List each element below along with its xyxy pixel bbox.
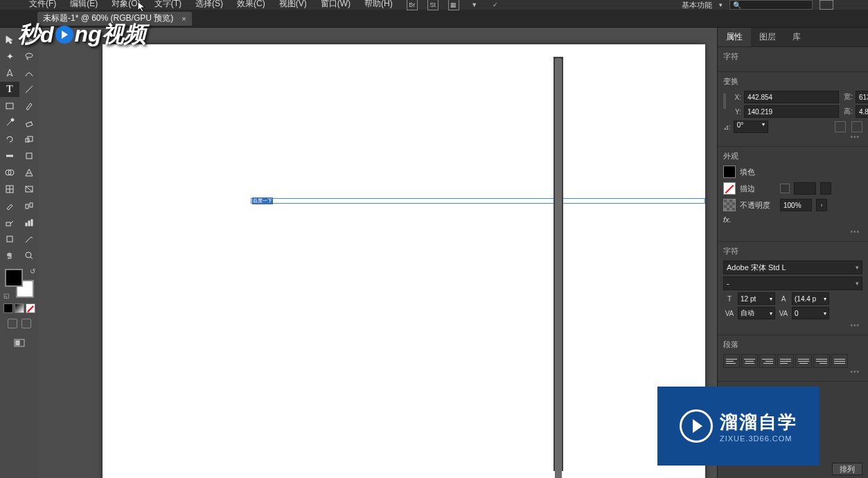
grid-icon[interactable]: ▦ xyxy=(448,0,459,10)
kerning-dropdown[interactable]: 自动▾ xyxy=(738,307,775,319)
free-transform-tool[interactable] xyxy=(19,148,39,163)
h-input[interactable] xyxy=(856,105,868,118)
section-paragraph: 段落 ••• xyxy=(718,335,868,382)
align-center-button[interactable] xyxy=(741,354,758,368)
magic-wand-tool[interactable]: ✦ xyxy=(0,48,19,64)
lasso-tool[interactable] xyxy=(19,48,39,64)
menu-select[interactable]: 选择(S) xyxy=(188,0,230,10)
rotate-tool[interactable] xyxy=(0,132,19,147)
y-input[interactable] xyxy=(744,105,839,118)
canvas-area[interactable]: 百度一下 xyxy=(39,28,717,478)
line-tool[interactable] xyxy=(19,82,39,97)
curvature-tool[interactable] xyxy=(19,65,39,80)
font-style-dropdown[interactable]: -▾ xyxy=(723,276,862,290)
color-mode-solid[interactable] xyxy=(3,303,13,313)
zoom-tool[interactable] xyxy=(19,248,39,263)
fill-swatch[interactable] xyxy=(5,269,23,287)
font-family-dropdown[interactable]: Adobe 宋体 Std L▾ xyxy=(723,260,862,274)
menu-file[interactable]: 文件(F) xyxy=(22,0,63,10)
font-size-dropdown[interactable]: 12 pt▾ xyxy=(738,292,775,305)
opacity-dd[interactable]: › xyxy=(816,199,827,211)
svg-rect-13 xyxy=(30,203,33,207)
text-content[interactable]: 百度一下 xyxy=(252,197,273,204)
stroke-weight-stepper[interactable] xyxy=(780,184,790,193)
align-left-button[interactable] xyxy=(723,354,740,368)
eyedropper-tool[interactable] xyxy=(0,198,19,213)
flip-horizontal-icon[interactable] xyxy=(835,121,846,132)
mesh-tool[interactable] xyxy=(0,182,19,197)
vertical-scrollbar[interactable] xyxy=(553,57,563,471)
width-tool[interactable] xyxy=(0,148,19,163)
color-mode-gradient[interactable] xyxy=(15,303,24,313)
pin-icon[interactable]: ✓ xyxy=(490,0,501,10)
reference-point-selector[interactable] xyxy=(723,94,726,109)
fill-color-swatch[interactable] xyxy=(723,166,736,178)
menu-edit[interactable]: 编辑(E) xyxy=(63,0,105,10)
dropdown-icon[interactable]: ▼ xyxy=(469,0,480,10)
pen-tool[interactable] xyxy=(0,65,19,80)
justify-left-button[interactable] xyxy=(777,354,794,368)
stock-icon[interactable]: St xyxy=(427,0,439,10)
swap-fill-stroke-icon[interactable]: ↺ xyxy=(30,267,35,275)
slice-tool[interactable] xyxy=(19,231,39,247)
tab-libraries[interactable]: 库 xyxy=(784,28,809,46)
selection-tool[interactable] xyxy=(0,32,19,47)
bridge-icon[interactable]: Br xyxy=(407,0,418,10)
tracking-dropdown[interactable]: 0▾ xyxy=(792,307,829,319)
justify-all-button[interactable] xyxy=(831,354,848,368)
stroke-color-swatch[interactable] xyxy=(723,182,736,195)
artboard[interactable]: 百度一下 xyxy=(103,44,705,478)
menu-help[interactable]: 帮助(H) xyxy=(357,0,400,10)
text-frame[interactable]: 百度一下 xyxy=(251,198,705,204)
close-tab-icon[interactable]: × xyxy=(181,15,186,23)
appearance-more-icon[interactable]: ••• xyxy=(723,228,862,236)
scrollbar-thumb[interactable] xyxy=(555,58,562,478)
more-options-icon[interactable]: ••• xyxy=(723,133,862,141)
symbol-sprayer-tool[interactable] xyxy=(0,215,19,230)
shape-builder-tool[interactable] xyxy=(0,165,19,180)
gradient-tool[interactable] xyxy=(19,182,39,197)
blend-tool[interactable] xyxy=(19,198,39,213)
align-right-button[interactable] xyxy=(759,354,776,368)
arrange-documents-icon[interactable] xyxy=(820,0,833,10)
workspace-switch-chevron-icon[interactable]: ▾ xyxy=(719,1,723,8)
opacity-input[interactable] xyxy=(780,199,812,211)
x-input[interactable] xyxy=(744,91,839,103)
character-more-icon[interactable]: ••• xyxy=(723,321,862,329)
tab-layers[interactable]: 图层 xyxy=(751,28,784,46)
flip-vertical-icon[interactable] xyxy=(851,121,862,132)
help-search[interactable]: 🔍 xyxy=(729,0,813,10)
type-tool[interactable]: T xyxy=(0,82,19,97)
menu-effect[interactable]: 效果(C) xyxy=(230,0,272,10)
justify-center-button[interactable] xyxy=(795,354,812,368)
leading-dropdown[interactable]: (14.4 p▾ xyxy=(792,292,829,305)
angle-dropdown[interactable]: 0° ▾ xyxy=(734,121,768,133)
column-graph-tool[interactable] xyxy=(19,215,39,230)
paintbrush-tool[interactable] xyxy=(19,98,39,114)
stroke-weight-dd[interactable] xyxy=(820,182,831,195)
fx-button[interactable]: fx. xyxy=(723,215,732,224)
arrange-button[interactable]: 排列 xyxy=(832,463,862,475)
fill-stroke-swatch[interactable]: ↺ ◱ xyxy=(5,269,34,298)
tab-properties[interactable]: 属性 xyxy=(718,28,751,46)
justify-right-button[interactable] xyxy=(813,354,830,368)
scale-tool[interactable] xyxy=(19,132,39,147)
menu-type[interactable]: 文字(T) xyxy=(148,0,188,10)
artboard-tool[interactable] xyxy=(0,231,19,247)
color-mode-none[interactable] xyxy=(26,303,35,313)
menu-window[interactable]: 窗口(W) xyxy=(314,0,357,10)
hand-tool[interactable] xyxy=(0,248,19,263)
paragraph-more-icon[interactable]: ••• xyxy=(723,368,862,375)
screen-mode-normal[interactable] xyxy=(8,319,17,328)
perspective-tool[interactable] xyxy=(19,165,39,180)
default-fill-stroke-icon[interactable]: ◱ xyxy=(3,292,10,299)
workspace-switcher[interactable]: 基本功能 xyxy=(682,0,712,10)
menu-view[interactable]: 视图(V) xyxy=(272,0,314,10)
rectangle-tool[interactable] xyxy=(0,98,19,114)
w-input[interactable] xyxy=(856,91,868,103)
shaper-tool[interactable] xyxy=(0,115,19,130)
screen-mode-full[interactable] xyxy=(21,319,31,328)
edit-toolbar-icon[interactable] xyxy=(10,335,29,351)
eraser-tool[interactable] xyxy=(19,115,39,130)
stroke-weight-input[interactable] xyxy=(794,182,816,195)
